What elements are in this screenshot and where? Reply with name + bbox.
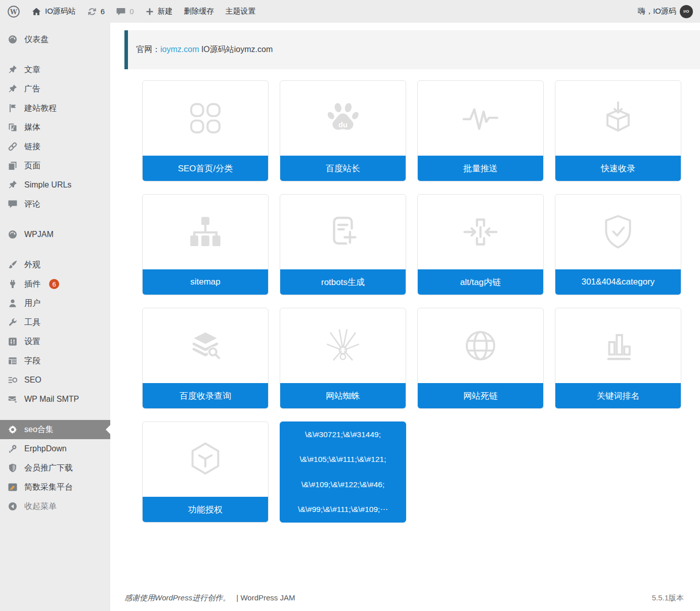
card-label: 网站死链 [418,383,543,408]
svg-text:W: W [10,8,18,15]
card-site-spider[interactable]: 网站蜘蛛 [280,308,406,409]
sidebar-item-ads[interactable]: 广告 [0,79,110,99]
card-alt-tag-links[interactable]: alt/tag内链 [417,194,544,295]
sidebar-item-member-download[interactable]: 会员推广下载 [0,458,110,478]
theme-settings-link[interactable]: 主题设置 [226,7,256,16]
key-icon [8,444,18,454]
table-grid-icon [8,356,18,366]
sidebar-item-media[interactable]: 媒体 [0,118,110,137]
theme-settings-label: 主题设置 [226,7,256,16]
card-baidu-webmaster[interactable]: du 百度站长 [280,80,406,181]
box-arrow-down-icon [555,81,681,156]
updates-link[interactable]: 6 [87,7,105,17]
card-batch-push[interactable]: 批量推送 [417,80,544,181]
home-icon [31,7,41,17]
compress-arrows-icon [418,195,543,269]
encoded-line: \&\#30721;\&\#31449; [283,430,403,439]
sidebar-item-appearance[interactable]: 外观 [0,255,110,274]
sidebar-item-tools[interactable]: 工具 [0,313,110,332]
card-encoded-text[interactable]: \&\#30721;\&\#31449; \&\#105;\&\#111;\&\… [280,421,406,523]
delete-cache-label: 删除缓存 [184,7,214,16]
card-label: SEO首页/分类 [143,156,268,181]
sidebar-item-comments[interactable]: 评论 [0,195,110,214]
seo-lines-circle-icon [8,375,18,385]
sidebar-item-label: ErphpDown [24,444,67,453]
sidebar-item-label: 媒体 [24,122,40,133]
pushpin-icon [8,84,18,94]
sidebar-item-users[interactable]: 用户 [0,294,110,313]
sidebar-item-label: 页面 [24,161,40,171]
sidebar-item-label: 设置 [24,337,40,347]
footer-jam: | WordPress JAM [236,593,295,602]
update-count: 6 [101,7,105,16]
document-plus-icon [280,195,406,269]
card-label: 快速收录 [555,156,681,181]
sidebar-item-plugins[interactable]: 插件 6 [0,274,110,294]
card-label: rotbots生成 [280,269,406,295]
pen-square-icon [8,482,18,492]
sidebar-item-label: 用户 [24,298,40,309]
card-dead-links[interactable]: 网站死链 [417,308,544,409]
site-link[interactable]: IO源码站 [31,7,76,17]
footer-left: 感谢使用WordPress进行创作。 | WordPress JAM [124,593,295,603]
card-seo-home-category[interactable]: SEO首页/分类 [142,80,269,181]
sidebar-item-fields[interactable]: 字段 [0,351,110,370]
sidebar-item-jianshu-platform[interactable]: 简数采集平台 [0,478,110,497]
card-label: alt/tag内链 [418,269,543,295]
footer-version: 5.5.1版本 [652,593,684,603]
account-menu[interactable]: 嗨，IO源码 I/O [638,5,693,18]
plugins-update-badge: 6 [49,279,59,289]
main-content: 官网：ioymz.com IO源码站ioymz.com SEO首页/分类 du … [110,23,700,611]
site-name: IO源码站 [45,7,76,16]
sidebar-item-posts[interactable]: 文章 [0,60,110,79]
sidebar-item-settings[interactable]: 设置 [0,332,110,351]
admin-footer: 感谢使用WordPress进行创作。 | WordPress JAM 5.5.1… [124,593,684,603]
card-quick-index[interactable]: 快速收录 [555,80,681,181]
dashboard-gauge-icon [8,34,18,44]
card-baidu-index-query[interactable]: 百度收录查询 [142,308,269,409]
sidebar-item-label: 广告 [24,84,40,95]
sidebar-item-links[interactable]: 链接 [0,137,110,156]
sidebar-item-label: 会员推广下载 [24,463,73,474]
sidebar-item-seo[interactable]: SEO [0,370,110,390]
sidebar-item-label: WP Mail SMTP [24,395,79,404]
sidebar-item-wpjam[interactable]: WPJAM [0,225,110,244]
card-robots-generate[interactable]: rotbots生成 [280,194,406,295]
sidebar-item-seo-collection[interactable]: seo合集 [0,420,110,439]
tool-card-grid: SEO首页/分类 du 百度站长 批量推送 快速收录 sitemap [142,80,700,523]
card-feature-license[interactable]: 功能授权 [142,421,269,523]
greeting-text: 嗨，IO源码 [638,7,676,16]
sidebar-item-tutorials[interactable]: 建站教程 [0,99,110,118]
encoded-line: \&\#105;\&\#111;\&\#121; [283,455,403,464]
collapse-menu-button[interactable]: 收起菜单 [0,497,110,516]
media-icon [8,122,18,132]
new-content-link[interactable]: 新建 [145,7,173,16]
card-keyword-rank[interactable]: 关键词排名 [555,308,681,409]
sidebar-item-label: 链接 [24,142,40,152]
sidebar-item-label: Simple URLs [24,180,71,190]
sidebar-item-wp-mail-smtp[interactable]: WP Mail SMTP [0,390,110,409]
plug-icon [8,279,18,289]
baidu-paw-icon: du [280,81,406,156]
notice-link[interactable]: ioymz.com [160,45,199,54]
wrench-icon [8,317,18,327]
pages-icon [8,161,18,171]
comments-link[interactable]: 0 [116,7,134,17]
spider-icon [280,308,406,383]
sidebar-item-dashboard[interactable]: 仪表盘 [0,30,110,49]
card-label: 功能授权 [143,497,268,522]
sidebar-item-simple-urls[interactable]: Simple URLs [0,175,110,195]
wordpress-logo-menu[interactable]: W [7,5,20,18]
footer-thanks: 感谢使用WordPress进行创作。 [124,593,230,602]
sidebar-item-label: 仪表盘 [24,34,49,45]
sidebar-item-pages[interactable]: 页面 [0,156,110,175]
sidebar-item-label: 字段 [24,356,40,366]
comment-icon [116,7,126,17]
delete-cache-link[interactable]: 删除缓存 [184,7,214,16]
new-label: 新建 [158,7,173,16]
card-sitemap[interactable]: sitemap [142,194,269,295]
sidebar-item-label: 工具 [24,317,40,328]
sidebar-item-erphpdown[interactable]: ErphpDown [0,439,110,458]
card-301-404-category[interactable]: 301&404&category [555,194,681,295]
card-label: sitemap [143,269,268,295]
